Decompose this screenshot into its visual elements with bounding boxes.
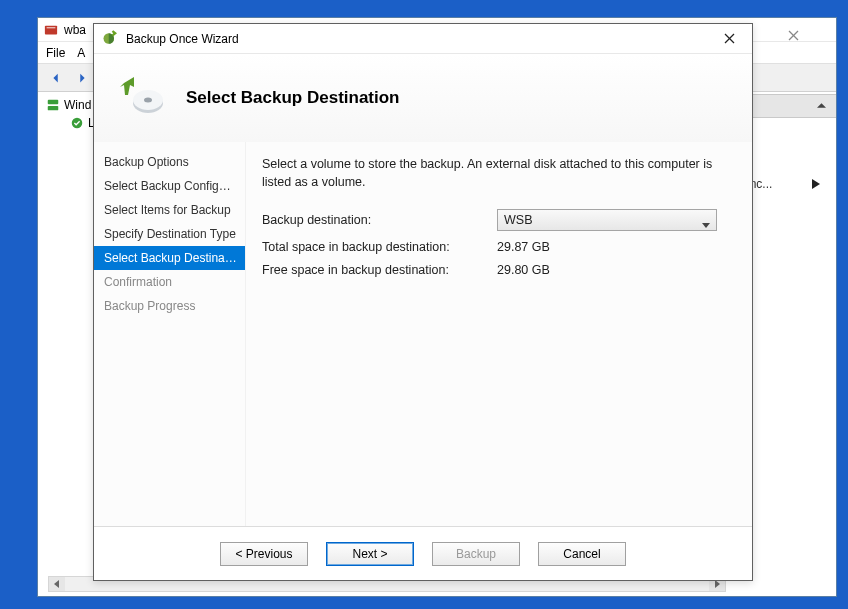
step-backup-options[interactable]: Backup Options — [94, 150, 245, 174]
wizard-steps-sidebar: Backup Options Select Backup Configurat.… — [94, 142, 246, 526]
cancel-button[interactable]: Cancel — [538, 542, 626, 566]
wizard-title: Backup Once Wizard — [126, 32, 702, 46]
wizard-content: Backup Options Select Backup Configurat.… — [94, 142, 752, 526]
scroll-left-button[interactable] — [49, 577, 65, 591]
destination-value: WSB — [504, 213, 532, 227]
step-confirmation[interactable]: Confirmation — [94, 270, 245, 294]
row-destination: Backup destination: WSB — [262, 209, 732, 231]
label-total-space: Total space in backup destination: — [262, 240, 497, 254]
menu-action[interactable]: A — [77, 46, 85, 60]
backup-button: Backup — [432, 542, 520, 566]
chevron-up-icon — [817, 103, 826, 109]
nav-back-button[interactable] — [44, 67, 68, 89]
app-icon — [44, 23, 58, 37]
next-button[interactable]: Next > — [326, 542, 414, 566]
previous-button[interactable]: < Previous — [220, 542, 308, 566]
svg-rect-0 — [45, 25, 57, 34]
svg-rect-1 — [47, 27, 56, 28]
close-icon — [724, 33, 735, 44]
step-backup-config[interactable]: Select Backup Configurat... — [94, 174, 245, 198]
value-free-space: 29.80 GB — [497, 263, 550, 277]
parent-title: wba — [64, 23, 86, 37]
label-destination: Backup destination: — [262, 213, 497, 227]
value-total-space: 29.87 GB — [497, 240, 550, 254]
step-select-destination[interactable]: Select Backup Destination — [94, 246, 245, 270]
page-title: Select Backup Destination — [186, 88, 400, 108]
nav-forward-button[interactable] — [70, 67, 94, 89]
close-icon — [788, 30, 799, 41]
wizard-icon — [102, 28, 120, 49]
row-free-space: Free space in backup destination: 29.80 … — [262, 263, 732, 277]
destination-combobox[interactable]: WSB — [497, 209, 717, 231]
row-total-space: Total space in backup destination: 29.87… — [262, 240, 732, 254]
expand-arrow-icon[interactable] — [812, 178, 820, 192]
wizard-dialog: Backup Once Wizard Select Backup Destina… — [93, 23, 753, 581]
wizard-titlebar: Backup Once Wizard — [94, 24, 752, 54]
backup-disc-icon — [118, 73, 166, 124]
parent-close-button[interactable] — [770, 20, 816, 50]
wizard-header: Select Backup Destination — [94, 54, 752, 142]
wizard-close-button[interactable] — [708, 25, 750, 53]
wizard-footer: < Previous Next > Backup Cancel — [94, 526, 752, 580]
svg-rect-3 — [48, 106, 59, 110]
step-select-items[interactable]: Select Items for Backup — [94, 198, 245, 222]
label-free-space: Free space in backup destination: — [262, 263, 497, 277]
step-backup-progress[interactable]: Backup Progress — [94, 294, 245, 318]
svg-point-12 — [144, 97, 152, 102]
chevron-down-icon — [702, 218, 710, 232]
wizard-main-panel: Select a volume to store the backup. An … — [246, 142, 752, 526]
page-intro-text: Select a volume to store the backup. An … — [262, 156, 732, 191]
step-destination-type[interactable]: Specify Destination Type — [94, 222, 245, 246]
menu-file[interactable]: File — [46, 46, 65, 60]
server-icon — [46, 98, 60, 112]
svg-rect-2 — [48, 100, 59, 104]
backup-node-icon — [70, 116, 84, 130]
